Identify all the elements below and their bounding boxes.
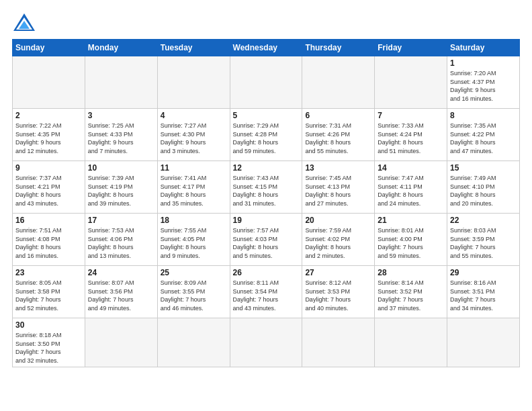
day-info: Sunrise: 7:43 AM Sunset: 4:15 PM Dayligh…: [233, 174, 300, 208]
table-row: [375, 318, 447, 367]
table-row: [157, 56, 230, 109]
day-info: Sunrise: 8:12 AM Sunset: 3:53 PM Dayligh…: [305, 279, 371, 312]
table-row: 11Sunrise: 7:41 AM Sunset: 4:17 PM Dayli…: [157, 161, 230, 214]
day-info: Sunrise: 7:33 AM Sunset: 4:24 PM Dayligh…: [378, 122, 444, 155]
day-number: 14: [378, 163, 444, 173]
day-number: 2: [15, 111, 82, 120]
day-info: Sunrise: 8:03 AM Sunset: 3:59 PM Dayligh…: [450, 226, 517, 260]
day-info: Sunrise: 8:18 AM Sunset: 3:50 PM Dayligh…: [15, 331, 82, 365]
day-info: Sunrise: 7:25 AM Sunset: 4:33 PM Dayligh…: [88, 122, 154, 155]
day-info: Sunrise: 7:31 AM Sunset: 4:26 PM Dayligh…: [305, 122, 371, 155]
table-row: [85, 318, 157, 367]
table-row: 1Sunrise: 7:20 AM Sunset: 4:37 PM Daylig…: [447, 56, 520, 109]
day-info: Sunrise: 7:47 AM Sunset: 4:11 PM Dayligh…: [378, 174, 444, 208]
generalblue-logo-icon: [12, 12, 36, 32]
table-row: 3Sunrise: 7:25 AM Sunset: 4:33 PM Daylig…: [85, 109, 157, 161]
header-thursday: Thursday: [302, 40, 375, 56]
header-saturday: Saturday: [447, 40, 520, 56]
day-number: 27: [305, 268, 371, 277]
day-info: Sunrise: 7:29 AM Sunset: 4:28 PM Dayligh…: [233, 122, 300, 155]
table-row: 30Sunrise: 8:18 AM Sunset: 3:50 PM Dayli…: [13, 318, 85, 367]
day-number: 8: [450, 111, 517, 120]
table-row: 28Sunrise: 8:14 AM Sunset: 3:52 PM Dayli…: [375, 266, 447, 318]
weekday-header-row: Sunday Monday Tuesday Wednesday Thursday…: [13, 40, 520, 56]
table-row: 25Sunrise: 8:09 AM Sunset: 3:55 PM Dayli…: [157, 266, 230, 318]
day-info: Sunrise: 7:41 AM Sunset: 4:17 PM Dayligh…: [161, 174, 227, 208]
day-number: 9: [15, 163, 82, 173]
table-row: 20Sunrise: 7:59 AM Sunset: 4:02 PM Dayli…: [302, 214, 375, 266]
day-number: 18: [161, 216, 227, 225]
table-row: 17Sunrise: 7:53 AM Sunset: 4:06 PM Dayli…: [85, 214, 157, 266]
table-row: 26Sunrise: 8:11 AM Sunset: 3:54 PM Dayli…: [230, 266, 302, 318]
day-info: Sunrise: 7:49 AM Sunset: 4:10 PM Dayligh…: [450, 174, 517, 208]
day-info: Sunrise: 8:09 AM Sunset: 3:55 PM Dayligh…: [161, 279, 227, 312]
day-info: Sunrise: 7:37 AM Sunset: 4:21 PM Dayligh…: [15, 174, 82, 208]
day-number: 21: [378, 216, 444, 225]
day-number: 20: [305, 216, 371, 225]
logo: [12, 12, 39, 32]
table-row: 24Sunrise: 8:07 AM Sunset: 3:56 PM Dayli…: [85, 266, 157, 318]
table-row: [85, 56, 157, 109]
day-info: Sunrise: 7:59 AM Sunset: 4:02 PM Dayligh…: [305, 226, 371, 260]
page: Sunday Monday Tuesday Wednesday Thursday…: [0, 0, 532, 374]
day-info: Sunrise: 8:14 AM Sunset: 3:52 PM Dayligh…: [378, 279, 444, 312]
day-info: Sunrise: 7:22 AM Sunset: 4:35 PM Dayligh…: [15, 122, 82, 155]
day-info: Sunrise: 8:07 AM Sunset: 3:56 PM Dayligh…: [88, 279, 154, 312]
day-info: Sunrise: 7:51 AM Sunset: 4:08 PM Dayligh…: [15, 226, 82, 260]
table-row: 5Sunrise: 7:29 AM Sunset: 4:28 PM Daylig…: [230, 109, 302, 161]
day-number: 11: [161, 163, 227, 173]
table-row: 23Sunrise: 8:05 AM Sunset: 3:58 PM Dayli…: [13, 266, 85, 318]
day-info: Sunrise: 7:53 AM Sunset: 4:06 PM Dayligh…: [88, 226, 154, 260]
day-number: 17: [88, 216, 154, 225]
day-number: 29: [450, 268, 517, 277]
day-number: 28: [378, 268, 444, 277]
table-row: [157, 318, 230, 367]
day-info: Sunrise: 7:45 AM Sunset: 4:13 PM Dayligh…: [305, 174, 371, 208]
day-number: 22: [450, 216, 517, 225]
day-number: 1: [450, 58, 517, 68]
table-row: [375, 56, 447, 109]
table-row: 6Sunrise: 7:31 AM Sunset: 4:26 PM Daylig…: [302, 109, 375, 161]
table-row: 12Sunrise: 7:43 AM Sunset: 4:15 PM Dayli…: [230, 161, 302, 214]
header-friday: Friday: [375, 40, 447, 56]
day-info: Sunrise: 7:57 AM Sunset: 4:03 PM Dayligh…: [233, 226, 300, 260]
day-info: Sunrise: 7:39 AM Sunset: 4:19 PM Dayligh…: [88, 174, 154, 208]
day-number: 13: [305, 163, 371, 173]
table-row: 9Sunrise: 7:37 AM Sunset: 4:21 PM Daylig…: [13, 161, 85, 214]
day-number: 12: [233, 163, 300, 173]
day-info: Sunrise: 7:35 AM Sunset: 4:22 PM Dayligh…: [450, 122, 517, 155]
day-number: 19: [233, 216, 300, 225]
day-number: 24: [88, 268, 154, 277]
day-info: Sunrise: 7:55 AM Sunset: 4:05 PM Dayligh…: [161, 226, 227, 260]
table-row: 4Sunrise: 7:27 AM Sunset: 4:30 PM Daylig…: [157, 109, 230, 161]
day-number: 25: [161, 268, 227, 277]
table-row: 14Sunrise: 7:47 AM Sunset: 4:11 PM Dayli…: [375, 161, 447, 214]
day-number: 4: [161, 111, 227, 120]
day-number: 10: [88, 163, 154, 173]
day-info: Sunrise: 8:05 AM Sunset: 3:58 PM Dayligh…: [15, 279, 82, 312]
table-row: 19Sunrise: 7:57 AM Sunset: 4:03 PM Dayli…: [230, 214, 302, 266]
table-row: 21Sunrise: 8:01 AM Sunset: 4:00 PM Dayli…: [375, 214, 447, 266]
header-sunday: Sunday: [13, 40, 85, 56]
header-tuesday: Tuesday: [157, 40, 230, 56]
table-row: [230, 56, 302, 109]
day-number: 7: [378, 111, 444, 120]
table-row: 22Sunrise: 8:03 AM Sunset: 3:59 PM Dayli…: [447, 214, 520, 266]
header-monday: Monday: [85, 40, 157, 56]
table-row: 15Sunrise: 7:49 AM Sunset: 4:10 PM Dayli…: [447, 161, 520, 214]
calendar-table: Sunday Monday Tuesday Wednesday Thursday…: [12, 39, 520, 367]
table-row: [302, 318, 375, 367]
header-wednesday: Wednesday: [230, 40, 302, 56]
day-info: Sunrise: 8:01 AM Sunset: 4:00 PM Dayligh…: [378, 226, 444, 260]
table-row: 10Sunrise: 7:39 AM Sunset: 4:19 PM Dayli…: [85, 161, 157, 214]
day-number: 26: [233, 268, 300, 277]
day-number: 3: [88, 111, 154, 120]
day-number: 15: [450, 163, 517, 173]
day-number: 5: [233, 111, 300, 120]
table-row: [230, 318, 302, 367]
table-row: 8Sunrise: 7:35 AM Sunset: 4:22 PM Daylig…: [447, 109, 520, 161]
table-row: [13, 56, 85, 109]
day-number: 23: [15, 268, 82, 277]
day-number: 6: [305, 111, 371, 120]
day-info: Sunrise: 8:16 AM Sunset: 3:51 PM Dayligh…: [450, 279, 517, 312]
